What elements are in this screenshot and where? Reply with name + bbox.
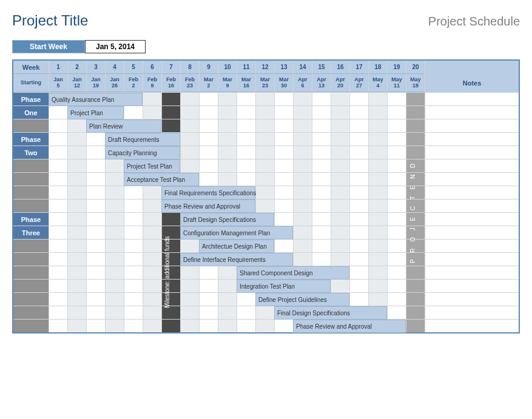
task-bar[interactable] <box>67 106 124 119</box>
week-cell <box>180 240 199 252</box>
week-cell <box>49 253 67 266</box>
week-cell <box>86 173 105 186</box>
task-bar[interactable] <box>274 306 387 320</box>
week-cell <box>312 240 331 252</box>
notes-cell[interactable] <box>425 240 519 252</box>
week-cell <box>67 146 86 159</box>
week-cell <box>406 146 425 159</box>
week-cell <box>199 320 218 332</box>
task-bar[interactable] <box>124 159 180 173</box>
task-bar[interactable] <box>161 199 255 213</box>
week-cell <box>199 266 218 279</box>
week-cell <box>331 186 349 199</box>
week-cell <box>387 226 406 239</box>
week-date: Jan12 <box>67 74 86 92</box>
task-bar[interactable] <box>49 93 143 106</box>
week-cell <box>161 293 180 306</box>
week-cell <box>180 146 199 159</box>
week-cell <box>274 320 293 332</box>
schedule-subtitle: Project Schedule <box>428 15 520 28</box>
week-cell <box>124 199 143 212</box>
week-cell <box>387 146 406 159</box>
week-cell <box>237 133 255 146</box>
task-bar[interactable] <box>105 133 180 146</box>
week-date: Mar9 <box>218 74 237 92</box>
gantt-row: Acceptance Test Plan <box>13 172 519 186</box>
notes-cell[interactable] <box>425 106 519 119</box>
week-cell <box>312 173 331 186</box>
week-cell <box>67 280 86 292</box>
notes-cell[interactable] <box>425 199 519 212</box>
week-cell <box>237 146 255 159</box>
notes-cell[interactable] <box>425 293 519 306</box>
notes-cell[interactable] <box>425 266 519 279</box>
week-cell <box>143 306 161 319</box>
gantt-row: Integration Test Plan <box>13 279 519 292</box>
task-bar[interactable] <box>255 293 349 306</box>
week-cell <box>49 226 67 239</box>
week-cell <box>143 106 161 119</box>
gantt-row: TwoCapacity Planning <box>13 146 519 159</box>
week-cell <box>161 119 180 132</box>
notes-cell[interactable] <box>425 93 519 106</box>
task-bar[interactable] <box>293 320 406 333</box>
notes-cell[interactable] <box>425 173 519 186</box>
week-cell <box>293 159 312 172</box>
task-bar[interactable] <box>237 280 331 293</box>
week-cell <box>387 173 406 186</box>
week-cell <box>105 159 124 172</box>
week-cell <box>293 173 312 186</box>
notes-cell[interactable] <box>425 213 519 226</box>
week-cell <box>312 106 331 119</box>
week-cell <box>293 106 312 119</box>
notes-cell[interactable] <box>425 159 519 172</box>
week-cell <box>312 253 331 266</box>
week-cell <box>67 199 86 212</box>
task-bar[interactable] <box>180 226 293 240</box>
notes-cell[interactable] <box>425 186 519 199</box>
phase-label <box>13 199 49 212</box>
notes-cell[interactable] <box>425 320 519 332</box>
week-cell <box>161 93 180 106</box>
gantt-row: Define Project Guidelines <box>13 292 519 306</box>
week-cell <box>387 159 406 172</box>
week-cell <box>105 186 124 199</box>
start-week-value[interactable]: Jan 5, 2014 <box>85 40 146 53</box>
week-number: 1 <box>49 61 67 74</box>
week-cell <box>86 146 105 159</box>
phase-label <box>13 266 49 279</box>
week-cell <box>349 240 368 252</box>
week-cell <box>406 133 425 146</box>
week-cell <box>349 173 368 186</box>
notes-cell[interactable] <box>425 119 519 132</box>
task-bar[interactable] <box>105 146 180 159</box>
week-cell <box>349 293 368 306</box>
week-number: 18 <box>368 61 387 74</box>
notes-cell[interactable] <box>425 146 519 159</box>
task-bar[interactable] <box>180 253 293 266</box>
week-cell <box>331 199 349 212</box>
phase-label: One <box>13 106 49 119</box>
week-cell <box>274 119 293 132</box>
week-cell <box>255 146 274 159</box>
task-bar[interactable] <box>180 213 274 226</box>
task-bar[interactable] <box>237 266 349 280</box>
task-bar[interactable] <box>86 119 161 133</box>
week-cell <box>180 280 199 292</box>
notes-cell[interactable] <box>425 226 519 239</box>
task-bar[interactable] <box>161 186 255 199</box>
notes-cell[interactable] <box>425 253 519 266</box>
notes-cell[interactable] <box>425 280 519 292</box>
week-cell <box>180 306 199 319</box>
notes-cell[interactable] <box>425 133 519 146</box>
header-row-dates: StartingJan5Jan12Jan19Jan26Feb2Feb9Feb16… <box>13 74 519 92</box>
task-bar[interactable] <box>124 173 199 186</box>
week-date: May11 <box>387 74 406 92</box>
week-cell <box>255 186 274 199</box>
week-cell <box>368 226 387 239</box>
week-cell <box>368 199 387 212</box>
week-cell <box>124 306 143 319</box>
task-bar[interactable] <box>199 240 274 253</box>
week-number: 3 <box>86 61 105 74</box>
notes-cell[interactable] <box>425 306 519 319</box>
